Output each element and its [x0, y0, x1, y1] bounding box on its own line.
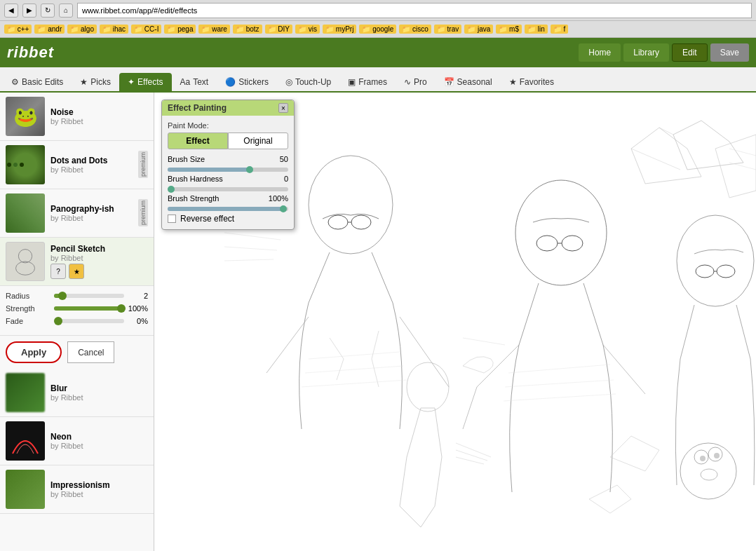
star-icon-btn[interactable]: ★ [69, 264, 84, 279]
strength-value: 100% [127, 304, 148, 313]
bookmark-java[interactable]: 📁 java [464, 25, 493, 34]
brush-size-control: Brush Size 50 [168, 155, 288, 163]
bookmark-ihac[interactable]: 📁 ihac [100, 25, 128, 34]
main-layout: 🐸 Noise by Ribbet Dots and Dots by Ribbe… [0, 93, 756, 551]
effect-neon-name: Neon [50, 432, 148, 442]
tab-picks[interactable]: ★ Picks [72, 73, 119, 91]
brush-strength-slider[interactable] [168, 207, 288, 211]
effect-neon[interactable]: Neon by Ribbet [0, 417, 154, 465]
effect-painting-popup: Effect Painting × Paint Mode: Effect Ori… [161, 100, 295, 230]
effect-noise-thumb: 🐸 [6, 97, 45, 136]
brush-hardness-value: 0 [284, 175, 288, 183]
nav-home[interactable]: Home [579, 43, 621, 62]
popup-close-button[interactable]: × [278, 103, 288, 113]
help-icon-btn[interactable]: ? [50, 264, 66, 279]
bookmark-cpp[interactable]: 📁 c++ [4, 25, 32, 34]
tab-touchup[interactable]: ◎ Touch-Up [277, 73, 339, 91]
popup-body: Paint Mode: Effect Original Brush Size 5… [162, 116, 294, 229]
tab-effects[interactable]: ✦ Effects [119, 73, 171, 91]
nav-edit[interactable]: Edit [672, 43, 708, 62]
svg-point-22 [700, 456, 706, 461]
refresh-button[interactable]: ↻ [41, 4, 55, 18]
effect-noise[interactable]: 🐸 Noise by Ribbet [0, 93, 154, 141]
brush-strength-value: 100% [269, 194, 288, 203]
fade-slider[interactable] [54, 319, 124, 323]
effect-impressionism[interactable]: Impressionism by Ribbet [0, 465, 154, 514]
app-logo: ribbet [7, 43, 54, 62]
effect-blur[interactable]: Blur by Ribbet [0, 369, 154, 417]
radius-thumb[interactable] [58, 292, 67, 300]
bookmark-f[interactable]: 📁 f [551, 25, 569, 34]
home-button[interactable]: ⌂ [59, 4, 73, 18]
bookmark-botz[interactable]: 📁 botz [233, 25, 262, 34]
fade-value: 0% [127, 317, 148, 325]
apply-button[interactable]: Apply [6, 341, 62, 363]
nav-save[interactable]: Save [710, 43, 749, 62]
brush-strength-thumb[interactable] [280, 205, 287, 212]
bookmark-ms[interactable]: 📁 m$ [496, 25, 522, 34]
strength-thumb[interactable] [117, 304, 126, 313]
cancel-button[interactable]: Cancel [67, 341, 114, 363]
brush-hardness-label: Brush Hardness [168, 175, 284, 183]
bookmark-myprj[interactable]: 📁 myPrj [323, 25, 356, 34]
effect-dots[interactable]: Dots and Dots by Ribbet premium [0, 141, 154, 189]
bookmark-trav[interactable]: 📁 trav [434, 25, 461, 34]
bookmark-diy[interactable]: 📁 DIY [265, 25, 292, 34]
bookmark-algo[interactable]: 📁 algo [67, 25, 97, 34]
effect-noise-info: Noise by Ribbet [50, 107, 148, 125]
bookmark-andr[interactable]: 📁 andr [34, 25, 65, 34]
tab-frames[interactable]: ▣ Frames [339, 73, 396, 91]
reverse-effect-row: Reverse effect [168, 214, 288, 224]
brush-hardness-thumb[interactable] [168, 186, 175, 193]
effects-sidebar: 🐸 Noise by Ribbet Dots and Dots by Ribbe… [0, 93, 154, 551]
effect-panography[interactable]: Panography-ish by Ribbet premium [0, 189, 154, 238]
tab-basic-edits[interactable]: ⚙ Basic Edits [3, 73, 72, 91]
mode-original-button[interactable]: Original [228, 132, 288, 149]
url-bar[interactable] [77, 3, 752, 18]
effect-dots-author: by Ribbet [50, 165, 133, 174]
reverse-effect-checkbox[interactable] [168, 215, 176, 223]
pencil-sketch-preview-icon [6, 242, 44, 281]
bookmarks-bar: 📁 c++ 📁 andr 📁 algo 📁 ihac 📁 CC-I 📁 pega… [0, 21, 756, 38]
tab-favorites[interactable]: ★ Favorites [501, 73, 562, 91]
tab-stickers[interactable]: 🔵 Stickers [217, 73, 277, 91]
tab-text[interactable]: Aa Text [172, 73, 217, 91]
brush-strength-control: Brush Strength 100% [168, 194, 288, 203]
back-button[interactable]: ◀ [4, 4, 18, 18]
strength-label: Strength [6, 304, 51, 313]
fade-thumb[interactable] [54, 317, 62, 325]
radius-value: 2 [127, 292, 148, 300]
bookmark-lin[interactable]: 📁 lin [525, 25, 548, 34]
bookmark-ware[interactable]: 📁 ware [198, 25, 229, 34]
brush-size-value: 50 [280, 155, 288, 163]
bookmark-google[interactable]: 📁 google [359, 25, 396, 34]
effect-neon-thumb [6, 421, 45, 461]
effect-impressionism-name: Impressionism [50, 480, 148, 490]
reverse-effect-label: Reverse effect [180, 214, 234, 224]
tab-seasonal[interactable]: 📅 Seasonal [436, 73, 501, 91]
bookmark-pega[interactable]: 📁 pega [164, 25, 196, 34]
forward-button[interactable]: ▶ [22, 4, 36, 18]
brush-size-thumb[interactable] [246, 166, 253, 173]
brush-hardness-slider[interactable] [168, 187, 288, 191]
fade-control: Fade 0% [6, 317, 148, 325]
effect-impressionism-author: by Ribbet [50, 490, 148, 498]
frames-icon: ▣ [348, 77, 356, 87]
effect-panography-info: Panography-ish by Ribbet [50, 204, 133, 222]
nav-library[interactable]: Library [623, 43, 669, 62]
tab-pro[interactable]: ∿ Pro [396, 73, 436, 91]
bookmark-cisco[interactable]: 📁 cisco [399, 25, 431, 34]
effect-pencil-sketch[interactable]: Pencil Sketch by Ribbet ? ★ [0, 238, 154, 286]
bookmark-cci[interactable]: 📁 CC-I [131, 25, 161, 34]
paint-mode-buttons: Effect Original [168, 132, 288, 149]
tab-bar: ⚙ Basic Edits ★ Picks ✦ Effects Aa Text … [0, 67, 756, 93]
radius-slider[interactable] [54, 294, 124, 298]
bookmark-vis[interactable]: 📁 vis [295, 25, 320, 34]
premium-badge-dots: premium [138, 151, 148, 178]
effect-panography-thumb [6, 193, 45, 233]
mode-effect-button[interactable]: Effect [168, 132, 228, 149]
brush-size-slider[interactable] [168, 168, 288, 172]
canvas-area[interactable]: Effect Painting × Paint Mode: Effect Ori… [154, 93, 756, 551]
svg-point-23 [714, 453, 720, 458]
strength-slider[interactable] [54, 306, 124, 311]
